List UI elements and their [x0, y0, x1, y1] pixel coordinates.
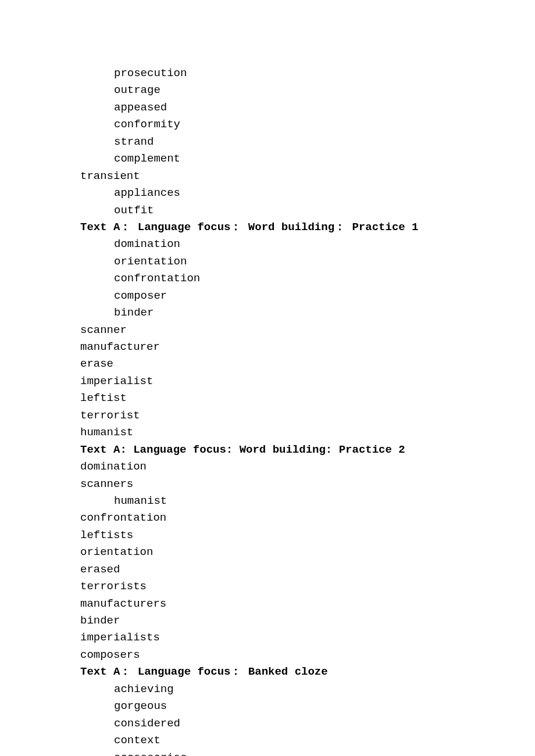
- document-body: prosecutionoutrageappeasedconformitystra…: [80, 65, 535, 756]
- text-line: orientation: [80, 253, 535, 270]
- text-line: manufacturers: [80, 596, 535, 612]
- text-line: gorgeous: [80, 698, 535, 715]
- text-line: humanist: [80, 424, 535, 441]
- text-line: scanner: [80, 322, 535, 339]
- section-heading: Text A： Language focus： Word building： P…: [80, 219, 535, 236]
- section-heading: Text A: Language focus: Word building: P…: [80, 442, 535, 458]
- text-line: leftist: [80, 390, 535, 407]
- text-line: erased: [80, 561, 535, 578]
- text-line: domination: [80, 236, 535, 253]
- text-line: outfit: [80, 202, 535, 219]
- text-line: manufacturer: [80, 339, 535, 356]
- text-line: domination: [80, 458, 535, 475]
- text-line: composers: [80, 647, 535, 664]
- text-line: outrage: [80, 82, 535, 99]
- text-line: imperialist: [80, 373, 535, 390]
- text-line: context: [80, 732, 535, 749]
- text-line: leftists: [80, 527, 535, 544]
- text-line: strand: [80, 134, 535, 151]
- text-line: accessories: [80, 750, 535, 757]
- text-line: confrontation: [80, 270, 535, 287]
- text-line: prosecution: [80, 65, 535, 82]
- section-heading: Text A： Language focus： Banked cloze: [80, 664, 535, 680]
- text-line: composer: [80, 288, 535, 304]
- text-line: imperialists: [80, 629, 535, 646]
- text-line: transient: [80, 168, 535, 185]
- text-line: appeased: [80, 99, 535, 116]
- text-line: terrorists: [80, 578, 535, 595]
- text-line: confrontation: [80, 510, 535, 526]
- text-line: scanners: [80, 476, 535, 493]
- text-line: achieving: [80, 681, 535, 698]
- text-line: conformity: [80, 116, 535, 133]
- text-line: appliances: [80, 185, 535, 202]
- text-line: erase: [80, 356, 535, 372]
- text-line: humanist: [80, 493, 535, 510]
- text-line: considered: [80, 715, 535, 732]
- text-line: complement: [80, 151, 535, 167]
- text-line: binder: [80, 304, 535, 321]
- text-line: terrorist: [80, 407, 535, 424]
- text-line: orientation: [80, 544, 535, 561]
- text-line: binder: [80, 612, 535, 629]
